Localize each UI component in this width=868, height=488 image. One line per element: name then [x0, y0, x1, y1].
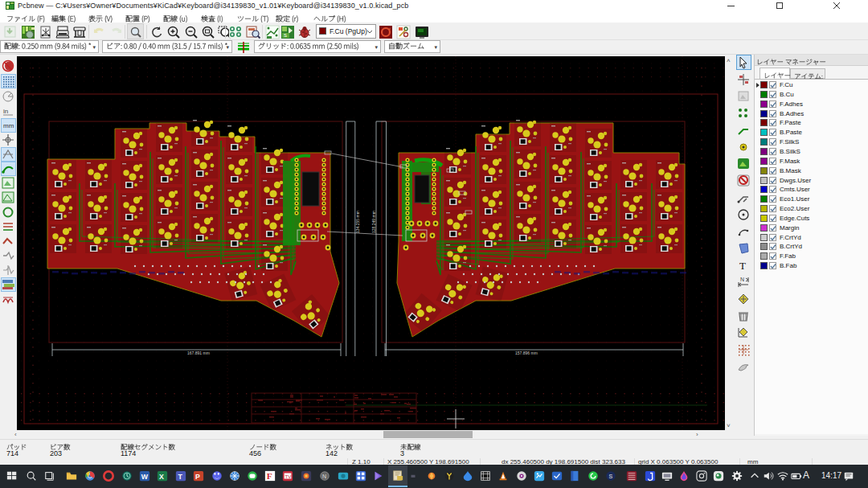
svg-text:S: S: [284, 33, 287, 38]
svg-text:N: N: [322, 474, 326, 479]
svg-text:N: N: [740, 277, 744, 282]
svg-text:157.896 mm: 157.896 mm: [515, 351, 538, 355]
svg-text:167.891 mm: 167.891 mm: [187, 351, 210, 355]
svg-text:T: T: [739, 260, 746, 272]
svg-text:in: in: [3, 108, 8, 115]
svg-text:X: X: [159, 473, 164, 481]
svg-text:TV: TV: [285, 474, 293, 479]
svg-text:mm: mm: [3, 122, 14, 129]
svg-text:W: W: [141, 473, 149, 481]
svg-text:P: P: [195, 473, 200, 481]
svg-text:F: F: [267, 471, 272, 481]
svg-text:T: T: [178, 473, 183, 481]
svg-text:134.255 mm: 134.255 mm: [355, 211, 360, 233]
svg-text:S: S: [608, 474, 612, 479]
svg-text:128.249 mm: 128.249 mm: [371, 211, 376, 233]
